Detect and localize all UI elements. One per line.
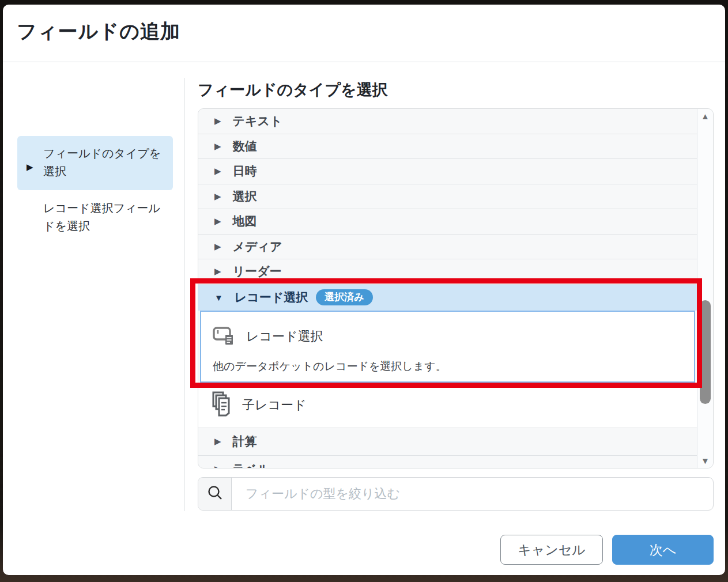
row-label: リーダー	[233, 263, 282, 279]
search-icon-segment	[198, 478, 232, 510]
group-label: レコード選択	[235, 289, 308, 305]
field-type-filter	[198, 477, 714, 511]
field-type-row-number[interactable]: ▶ 数値	[198, 134, 697, 160]
field-type-row-map[interactable]: ▶ 地図	[198, 209, 697, 235]
chevron-right-icon: ▶	[214, 241, 221, 252]
row-label: 数値	[233, 138, 257, 154]
chevron-right-icon: ▶	[214, 166, 221, 176]
option-title: レコード選択	[246, 328, 323, 345]
record-select-icon	[213, 324, 236, 349]
row-label: テキスト	[233, 113, 282, 129]
add-field-dialog: フィールドの追加 ▶ フィールドのタイプを選択 レコード選択フィールドを選択 フ…	[3, 5, 725, 575]
sidebar-step-select-field-type[interactable]: ▶ フィールドのタイプを選択	[17, 136, 173, 190]
chevron-right-icon: ▶	[214, 191, 221, 202]
sidebar-step-select-record-field[interactable]: レコード選択フィールドを選択	[17, 199, 173, 235]
field-type-row-reader[interactable]: ▶ リーダー	[198, 259, 697, 285]
search-icon	[206, 484, 224, 504]
row-label: ラベル	[233, 461, 270, 468]
row-label: 選択	[233, 188, 257, 205]
row-label: 日時	[233, 163, 257, 179]
child-records-icon	[211, 391, 233, 419]
current-step-arrow-icon: ▶	[27, 158, 33, 176]
sidebar-divider	[184, 78, 185, 511]
field-type-row-label[interactable]: ▶ ラベル	[198, 456, 697, 469]
chevron-right-icon: ▶	[214, 116, 221, 126]
field-type-row-media[interactable]: ▶ メディア	[198, 235, 697, 260]
field-type-group-record-select[interactable]: ▼ レコード選択 選択済み	[198, 285, 697, 311]
chevron-right-icon: ▶	[214, 436, 221, 447]
sidebar-step-label: フィールドのタイプを選択	[43, 147, 161, 177]
field-type-row-datetime[interactable]: ▶ 日時	[198, 159, 697, 184]
field-type-row-calculation[interactable]: ▶ 計算	[198, 428, 697, 456]
field-type-list: ▶ テキスト ▶ 数値 ▶ 日時 ▶ 選択 ▶ 地図 ▶ メディア	[198, 108, 714, 468]
chevron-right-icon: ▶	[214, 266, 221, 277]
option-title: 子レコード	[242, 396, 307, 414]
scrollbar-thumb[interactable]	[700, 300, 711, 404]
list-scrollbar[interactable]: ▲ ▼	[697, 109, 713, 468]
cancel-button[interactable]: キャンセル	[500, 535, 603, 565]
dialog-title: フィールドの追加	[17, 18, 180, 45]
row-label: 地図	[233, 213, 257, 229]
wizard-sidebar: ▶ フィールドのタイプを選択 レコード選択フィールドを選択	[3, 63, 184, 518]
row-label: メディア	[233, 239, 282, 255]
scroll-down-icon[interactable]: ▼	[697, 456, 713, 466]
page-title: フィールドのタイプを選択	[198, 80, 388, 100]
scroll-up-icon[interactable]: ▲	[697, 111, 713, 121]
field-type-row-text[interactable]: ▶ テキスト	[198, 109, 697, 134]
field-type-row-choice[interactable]: ▶ 選択	[198, 184, 697, 210]
field-type-rows: ▶ テキスト ▶ 数値 ▶ 日時 ▶ 選択 ▶ 地図 ▶ メディア	[198, 109, 697, 468]
next-button[interactable]: 次へ	[612, 535, 714, 565]
chevron-right-icon: ▶	[214, 141, 221, 152]
sidebar-step-label: レコード選択フィールドを選択	[43, 202, 160, 232]
chevron-right-icon: ▶	[214, 216, 221, 226]
child-record-option-card[interactable]: 子レコード	[198, 383, 697, 428]
chevron-down-icon: ▼	[214, 293, 223, 303]
chevron-right-icon: ▶	[214, 464, 221, 468]
selected-status-badge: 選択済み	[316, 289, 372, 305]
option-description: 他のデータポケットのレコードを選択します。	[213, 359, 447, 374]
record-select-option-card[interactable]: レコード選択 他のデータポケットのレコードを選択します。	[200, 311, 695, 383]
dialog-header: フィールドの追加	[3, 5, 725, 62]
row-label: 計算	[233, 433, 257, 449]
search-input[interactable]	[232, 478, 713, 510]
